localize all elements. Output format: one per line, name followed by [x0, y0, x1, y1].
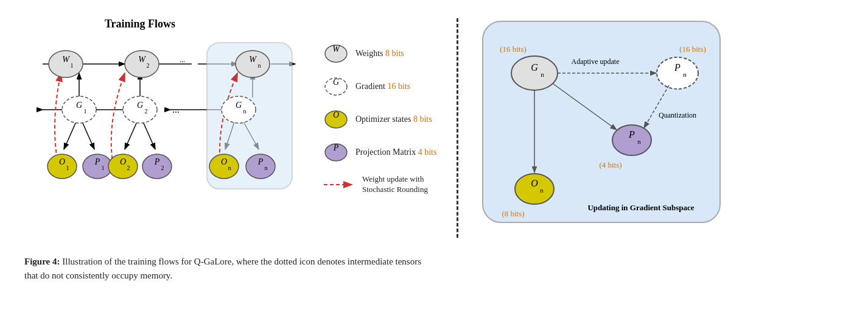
svg-text:(16 bits): (16 bits): [500, 44, 527, 54]
legend-o-label: Optimizer states 8 bits: [355, 115, 432, 124]
svg-text:2: 2: [145, 108, 148, 115]
legend-dashed-label: Weight update withStochastic Rounding: [362, 174, 428, 195]
svg-text:W: W: [62, 55, 70, 64]
svg-text:G: G: [236, 101, 242, 110]
svg-text:n: n: [541, 71, 544, 78]
svg-text:2: 2: [161, 165, 164, 171]
svg-text:G: G: [137, 101, 143, 110]
svg-text:n: n: [258, 62, 261, 69]
svg-text:2: 2: [127, 165, 130, 171]
svg-text:Training Flows: Training Flows: [105, 18, 175, 30]
svg-text:Adaptive update: Adaptive update: [572, 57, 620, 66]
svg-text:1: 1: [66, 165, 69, 171]
svg-text:n: n: [265, 165, 268, 171]
svg-text:G: G: [76, 101, 82, 110]
svg-text:(8 bits): (8 bits): [502, 209, 524, 218]
svg-text:P: P: [333, 143, 339, 152]
svg-text:n: n: [637, 138, 641, 145]
right-diagram: G n P n P n O n: [464, 6, 850, 246]
vertical-divider: [457, 18, 458, 238]
svg-text:P: P: [94, 157, 100, 166]
svg-point-71: [511, 56, 558, 90]
svg-text:O: O: [333, 110, 339, 119]
svg-text:...: ...: [172, 104, 180, 115]
svg-text:n: n: [228, 165, 231, 171]
svg-text:W: W: [138, 55, 146, 64]
svg-line-10: [64, 122, 76, 149]
svg-text:n: n: [683, 71, 687, 78]
svg-text:W: W: [249, 55, 257, 64]
legend-dashed-arrow: Weight update withStochastic Rounding: [323, 174, 450, 195]
svg-text:G: G: [531, 62, 538, 73]
legend-w-label: Weights 8 bits: [355, 49, 404, 59]
diagram-area: Training Flows ...: [18, 6, 850, 250]
caption-label: Figure 4:: [24, 257, 60, 266]
svg-text:1: 1: [71, 62, 74, 69]
svg-text:O: O: [120, 157, 126, 166]
legend-g-label: Gradient 16 bits: [355, 82, 410, 91]
svg-text:P: P: [674, 62, 681, 73]
svg-line-13: [143, 122, 155, 149]
svg-text:P: P: [257, 157, 264, 166]
svg-text:O: O: [221, 157, 227, 166]
svg-text:O: O: [59, 157, 65, 166]
svg-text:(4 bits): (4 bits): [599, 160, 621, 169]
legend-item-o: O Optimizer states 8 bits: [323, 108, 450, 130]
svg-text:1: 1: [102, 165, 105, 171]
svg-text:n: n: [540, 186, 544, 194]
svg-text:n: n: [243, 108, 247, 115]
svg-text:W: W: [332, 44, 340, 54]
svg-text:(16 bits): (16 bits): [679, 44, 706, 54]
svg-text:Quantization: Quantization: [659, 111, 696, 119]
svg-text:1: 1: [84, 108, 87, 115]
svg-text:Updating in Gradient Subspace: Updating in Gradient Subspace: [587, 203, 694, 212]
svg-line-12: [125, 122, 137, 149]
svg-text:O: O: [531, 178, 538, 188]
figure-caption: Figure 4: Illustration of the training f…: [18, 255, 850, 282]
legend-item-w: W Weights 8 bits: [323, 43, 450, 65]
legend-item-p: P Projection Matrix 4 bits: [323, 141, 450, 163]
caption-text: Illustration of the training flows for Q…: [24, 257, 421, 280]
legend-p-label: Projection Matrix 4 bits: [355, 147, 436, 157]
legend-item-g: G Gradient 16 bits: [323, 76, 450, 98]
main-container: Training Flows ...: [0, 0, 868, 323]
legend: W Weights 8 bits G Gradient 16 bits O Op…: [310, 6, 450, 200]
svg-text:2: 2: [147, 62, 150, 69]
svg-line-11: [82, 122, 94, 149]
training-flows: Training Flows ...: [18, 6, 310, 238]
svg-text:P: P: [154, 157, 160, 166]
svg-text:P: P: [628, 129, 635, 140]
svg-text:...: ...: [180, 55, 185, 64]
svg-text:G: G: [333, 77, 339, 87]
